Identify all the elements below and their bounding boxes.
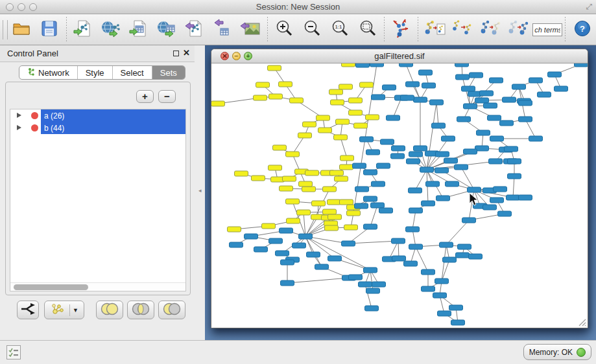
network-node-blue[interactable] bbox=[435, 168, 449, 173]
network-node-yellow[interactable] bbox=[279, 82, 292, 87]
network-node-blue[interactable] bbox=[470, 73, 483, 78]
network-node-blue[interactable] bbox=[371, 203, 385, 208]
network-node-blue[interactable] bbox=[292, 243, 306, 248]
network-node-blue[interactable] bbox=[364, 267, 377, 273]
network-node-yellow[interactable] bbox=[287, 218, 300, 223]
network-node-blue[interactable] bbox=[451, 320, 465, 325]
import-table-file-button[interactable] bbox=[125, 17, 153, 43]
network-node-blue[interactable] bbox=[464, 149, 477, 154]
toolbar-drag-handle[interactable] bbox=[3, 20, 8, 40]
network-node-yellow[interactable] bbox=[273, 145, 287, 150]
network-node-blue[interactable] bbox=[449, 305, 463, 310]
network-node-blue[interactable] bbox=[430, 100, 444, 105]
network-node-yellow[interactable] bbox=[329, 89, 343, 95]
network-node-blue[interactable] bbox=[365, 306, 379, 311]
network-node-yellow[interactable] bbox=[290, 98, 304, 103]
network-node-yellow[interactable] bbox=[280, 186, 293, 191]
network-node-yellow[interactable] bbox=[354, 123, 368, 128]
network-node-blue[interactable] bbox=[503, 97, 516, 102]
expander-icon[interactable] bbox=[17, 125, 21, 130]
network-node-blue[interactable] bbox=[404, 261, 418, 266]
network-node-blue[interactable] bbox=[446, 181, 459, 187]
network-node-blue[interactable] bbox=[507, 195, 520, 200]
network-node-blue[interactable] bbox=[494, 187, 507, 192]
network-node-yellow[interactable] bbox=[336, 119, 350, 124]
network-node-blue[interactable] bbox=[281, 260, 294, 265]
network-node-blue[interactable] bbox=[490, 198, 504, 203]
apply-layout-button[interactable] bbox=[387, 17, 415, 43]
network-node-blue[interactable] bbox=[519, 195, 532, 200]
task-history-button[interactable] bbox=[6, 345, 21, 359]
network-node-blue[interactable] bbox=[512, 84, 526, 89]
network-node-blue[interactable] bbox=[355, 203, 368, 209]
network-node-blue[interactable] bbox=[442, 136, 455, 141]
import-network-url-button[interactable] bbox=[97, 17, 125, 43]
zoom-in-button[interactable] bbox=[270, 17, 298, 43]
network-node-blue[interactable] bbox=[372, 282, 386, 287]
set-list-item[interactable]: a (26) bbox=[10, 109, 185, 122]
search-input[interactable] bbox=[532, 23, 562, 36]
network-node-blue[interactable] bbox=[438, 311, 451, 316]
network-node-blue[interactable] bbox=[342, 241, 355, 246]
network-node-yellow[interactable] bbox=[269, 94, 283, 99]
network-node-yellow[interactable] bbox=[335, 176, 348, 181]
network-node-blue[interactable] bbox=[462, 86, 475, 91]
network-node-blue[interactable] bbox=[575, 63, 588, 67]
network-node-yellow[interactable] bbox=[340, 155, 354, 161]
network-node-blue[interactable] bbox=[508, 174, 521, 179]
network-node-blue[interactable] bbox=[359, 282, 372, 287]
network-node-yellow[interactable] bbox=[228, 227, 241, 232]
network-node-blue[interactable] bbox=[436, 152, 449, 157]
network-node-blue[interactable] bbox=[455, 165, 468, 170]
network-node-blue[interactable] bbox=[377, 163, 390, 168]
network-node-yellow[interactable] bbox=[330, 170, 344, 176]
network-node-blue[interactable] bbox=[483, 205, 497, 210]
network-node-blue[interactable] bbox=[360, 137, 374, 142]
network-node-blue[interactable] bbox=[392, 146, 405, 151]
network-node-yellow[interactable] bbox=[268, 165, 282, 170]
network-node-yellow[interactable] bbox=[297, 210, 311, 215]
network-node-blue[interactable] bbox=[372, 95, 385, 100]
expander-icon[interactable] bbox=[17, 113, 21, 118]
network-graph[interactable] bbox=[211, 63, 588, 328]
network-node-blue[interactable] bbox=[315, 264, 329, 269]
network-node-yellow[interactable] bbox=[211, 101, 225, 106]
network-node-blue[interactable] bbox=[281, 280, 294, 286]
network-node-blue[interactable] bbox=[422, 201, 435, 206]
network-node-blue[interactable] bbox=[462, 218, 476, 223]
network-node-blue[interactable] bbox=[436, 196, 450, 201]
network-node-blue[interactable] bbox=[401, 95, 414, 100]
tab-sets[interactable]: Sets bbox=[152, 66, 185, 79]
network-node-blue[interactable] bbox=[500, 120, 514, 126]
network-node-blue[interactable] bbox=[364, 196, 377, 201]
horizontal-scrollbar[interactable] bbox=[10, 282, 185, 291]
network-window-titlebar[interactable]: ✕ − + galFiltered.sif bbox=[211, 49, 588, 63]
network-node-blue[interactable] bbox=[407, 159, 420, 164]
network-node-blue[interactable] bbox=[372, 181, 385, 187]
network-node-blue[interactable] bbox=[457, 117, 471, 122]
network-node-blue[interactable] bbox=[391, 154, 405, 159]
network-node-blue[interactable] bbox=[409, 152, 423, 157]
network-node-yellow[interactable] bbox=[283, 176, 296, 181]
network-merge-button[interactable] bbox=[477, 17, 505, 43]
network-node-yellow[interactable] bbox=[256, 82, 270, 87]
network-node-blue[interactable] bbox=[409, 208, 423, 213]
zoom-selected-button[interactable] bbox=[353, 17, 381, 43]
network-node-blue[interactable] bbox=[307, 252, 320, 257]
set-union-button[interactable] bbox=[96, 301, 123, 319]
network-node-blue[interactable] bbox=[464, 104, 477, 109]
network-node-blue[interactable] bbox=[366, 288, 380, 293]
network-node-blue[interactable] bbox=[508, 159, 521, 164]
network-node-blue[interactable] bbox=[276, 251, 289, 256]
network-node-blue[interactable] bbox=[529, 78, 543, 83]
network-node-blue[interactable] bbox=[468, 187, 481, 192]
network-node-yellow[interactable] bbox=[299, 181, 313, 187]
network-node-yellow[interactable] bbox=[328, 199, 341, 205]
network-merge-alt-button[interactable] bbox=[505, 17, 532, 43]
network-node-blue[interactable] bbox=[419, 70, 433, 75]
float-panel-icon[interactable] bbox=[173, 51, 179, 56]
network-node-blue[interactable] bbox=[484, 103, 497, 108]
network-node-blue[interactable] bbox=[548, 72, 562, 77]
scrollbar-thumb[interactable] bbox=[14, 284, 88, 290]
network-node-blue[interactable] bbox=[399, 63, 413, 67]
